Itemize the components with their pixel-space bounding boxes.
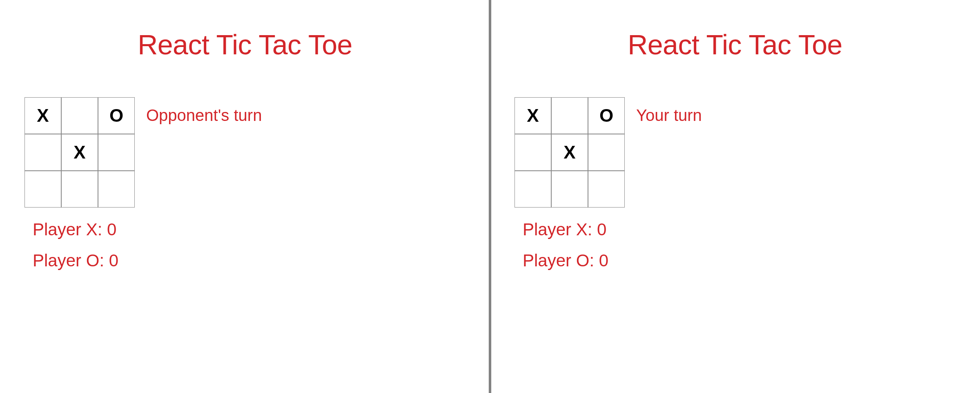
cell-0-0[interactable]: X <box>24 97 61 134</box>
board-row-2 <box>514 171 625 208</box>
board-row-0: X O <box>24 97 135 134</box>
right-pane: React Tic Tac Toe X O X Your turn Player… <box>490 0 980 393</box>
game-area: X O X Your turn <box>514 97 956 208</box>
cell-0-1[interactable] <box>551 97 588 134</box>
cell-1-1[interactable]: X <box>551 134 588 171</box>
page-title: React Tic Tac Toe <box>24 29 466 60</box>
cell-2-2[interactable] <box>588 171 625 208</box>
cell-0-2[interactable]: O <box>98 97 135 134</box>
cell-1-0[interactable] <box>24 134 61 171</box>
cell-2-1[interactable] <box>61 171 98 208</box>
cell-0-2[interactable]: O <box>588 97 625 134</box>
cell-0-1[interactable] <box>61 97 98 134</box>
scoreboard: Player X: 0 Player O: 0 <box>33 220 466 270</box>
board-row-2 <box>24 171 135 208</box>
score-player-x: Player X: 0 <box>33 220 466 239</box>
cell-1-2[interactable] <box>98 134 135 171</box>
cell-2-1[interactable] <box>551 171 588 208</box>
turn-status: Your turn <box>625 97 702 125</box>
score-player-x: Player X: 0 <box>523 220 956 239</box>
cell-2-0[interactable] <box>24 171 61 208</box>
cell-1-2[interactable] <box>588 134 625 171</box>
game-area: X O X Opponent's turn <box>24 97 466 208</box>
turn-status: Opponent's turn <box>135 97 262 125</box>
board-row-1: X <box>24 134 135 171</box>
board-row-1: X <box>514 134 625 171</box>
cell-0-0[interactable]: X <box>514 97 551 134</box>
cell-2-0[interactable] <box>514 171 551 208</box>
tic-tac-toe-board: X O X <box>24 97 135 208</box>
cell-2-2[interactable] <box>98 171 135 208</box>
scoreboard: Player X: 0 Player O: 0 <box>523 220 956 270</box>
left-pane: React Tic Tac Toe X O X Opponent's turn … <box>0 0 490 393</box>
cell-1-1[interactable]: X <box>61 134 98 171</box>
board-row-0: X O <box>514 97 625 134</box>
tic-tac-toe-board: X O X <box>514 97 625 208</box>
score-player-o: Player O: 0 <box>523 251 956 270</box>
score-player-o: Player O: 0 <box>33 251 466 270</box>
page-title: React Tic Tac Toe <box>514 29 956 60</box>
cell-1-0[interactable] <box>514 134 551 171</box>
